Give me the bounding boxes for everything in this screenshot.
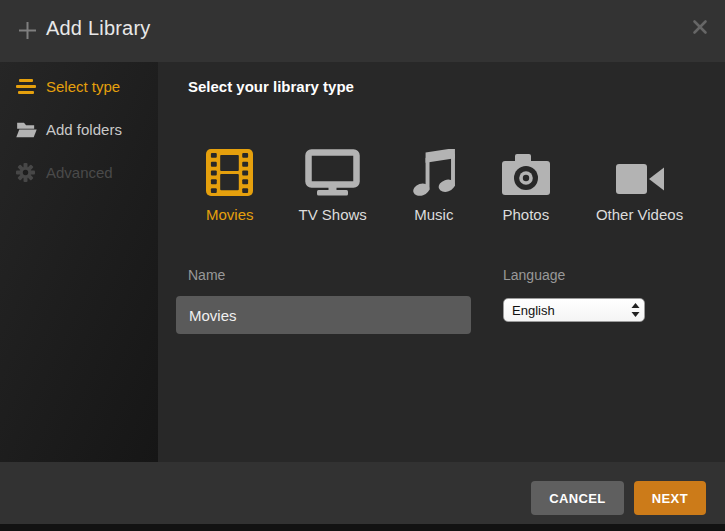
panel-heading: Select your library type [188, 78, 354, 95]
library-type-label: Music [414, 206, 453, 223]
library-type-label: Other Videos [596, 206, 683, 223]
name-label: Name [188, 267, 471, 285]
dialog-header: Add Library [0, 0, 725, 62]
sidebar-item-label: Advanced [46, 164, 113, 181]
library-type-row: Movies TV Shows [206, 148, 683, 223]
language-select[interactable]: English [503, 298, 645, 322]
library-type-other-videos[interactable]: Other Videos [596, 148, 683, 223]
sidebar-item-add-folders[interactable]: Add folders [0, 108, 158, 151]
sidebar-item-label: Select type [46, 78, 120, 95]
wizard-steps-sidebar: Select type Add folders [0, 62, 158, 462]
name-field-group: Name [176, 267, 471, 334]
library-type-music[interactable]: Music [412, 148, 456, 223]
library-type-photos[interactable]: Photos [501, 148, 551, 223]
sidebar-item-label: Add folders [46, 121, 122, 138]
library-type-label: Movies [206, 206, 254, 223]
tv-icon [305, 148, 360, 196]
list-lines-icon [16, 79, 38, 94]
library-name-input[interactable] [176, 296, 471, 334]
add-library-dialog: Add Library Select type Add folders [0, 0, 725, 531]
next-button[interactable]: NEXT [634, 481, 706, 515]
cancel-button[interactable]: CANCEL [531, 481, 624, 515]
language-field-group: Language English [503, 267, 645, 322]
close-icon[interactable] [692, 19, 708, 35]
library-details-form: Name Language English [176, 267, 645, 334]
footer-buttons: CANCEL NEXT [531, 481, 706, 515]
video-camera-icon [615, 148, 665, 196]
dialog-title: Add Library [46, 17, 150, 40]
music-note-icon [412, 148, 456, 196]
select-type-panel: Select your library type [158, 62, 725, 462]
language-selected-value: English [504, 303, 626, 318]
language-label: Language [503, 267, 645, 285]
dialog-body: Select type Add folders [0, 62, 725, 462]
library-type-label: TV Shows [299, 206, 367, 223]
film-strip-icon [206, 148, 253, 196]
plus-icon [18, 21, 37, 40]
dialog-bottom-edge [0, 524, 725, 531]
camera-icon [501, 148, 551, 196]
dialog-footer: CANCEL NEXT [0, 462, 725, 524]
library-type-movies[interactable]: Movies [206, 148, 254, 223]
updown-arrows-icon [626, 303, 644, 317]
library-type-label: Photos [503, 206, 550, 223]
gear-icon [16, 163, 38, 182]
library-type-tv-shows[interactable]: TV Shows [299, 148, 367, 223]
sidebar-item-select-type[interactable]: Select type [0, 65, 158, 108]
sidebar-item-advanced[interactable]: Advanced [0, 151, 158, 194]
folder-icon [16, 121, 38, 138]
